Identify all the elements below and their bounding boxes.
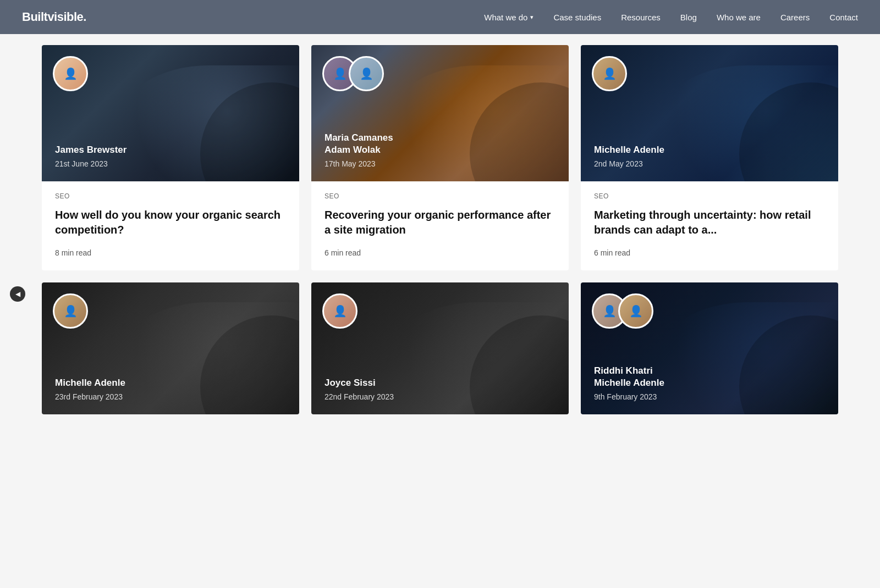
card-date-2: 17th May 2023 <box>324 159 393 168</box>
blog-card-6[interactable]: 👤 👤 Riddhi Khatri Michelle Adenle 9th Fe… <box>581 282 838 414</box>
avatar-adam: 👤 <box>349 56 384 91</box>
nav-item-what-we-do[interactable]: What we do ▾ <box>484 13 534 22</box>
deco-curve-5 <box>388 302 569 414</box>
chevron-down-icon: ▾ <box>530 14 534 21</box>
card-title-1[interactable]: How well do you know your organic search… <box>55 208 286 237</box>
card-date-3: 2nd May 2023 <box>594 159 664 168</box>
deco-curve-2 <box>388 65 569 181</box>
card-body-1: SEO How well do you know your organic se… <box>42 181 299 270</box>
card-date-5: 22nd February 2023 <box>324 392 394 401</box>
nav-item-who-we-are[interactable]: Who we are <box>717 13 761 22</box>
blog-card-5[interactable]: 👤 Joyce Sissi 22nd February 2023 <box>311 282 569 414</box>
avatar-michelle-6: 👤 <box>618 293 653 329</box>
avatar-james: 👤 <box>53 56 88 91</box>
nav-item-blog[interactable]: Blog <box>680 13 697 22</box>
navigation: Builtvisible. What we do ▾ Case studies … <box>0 0 880 34</box>
card-body-3: SEO Marketing through uncertainty: how r… <box>581 181 838 270</box>
nav-item-resources[interactable]: Resources <box>621 13 661 22</box>
card-avatars-6: 👤 👤 <box>592 293 653 329</box>
nav-link-who-we-are[interactable]: Who we are <box>717 13 761 22</box>
card-author-3: Michelle Adenle <box>594 144 664 156</box>
deco-curve-6 <box>658 302 838 414</box>
card-image-1: 👤 James Brewster 21st June 2023 <box>42 45 299 181</box>
nav-links: What we do ▾ Case studies Resources Blog… <box>484 13 858 22</box>
blog-card-4[interactable]: 👤 Michelle Adenle 23rd February 2023 <box>42 282 299 414</box>
card-author-2a: Maria Camanes <box>324 132 393 144</box>
nav-link-blog[interactable]: Blog <box>680 13 697 22</box>
card-title-2[interactable]: Recovering your organic performance afte… <box>324 208 556 237</box>
scroll-indicator[interactable]: ◀ <box>10 286 25 302</box>
card-author-1: James Brewster <box>55 144 127 156</box>
nav-item-careers[interactable]: Careers <box>780 13 810 22</box>
card-read-time-1: 8 min read <box>55 248 286 257</box>
card-info-2: Maria Camanes Adam Wolak 17th May 2023 <box>324 132 393 168</box>
card-info-6: Riddhi Khatri Michelle Adenle 9th Februa… <box>594 365 664 401</box>
card-author-6a: Riddhi Khatri <box>594 365 664 377</box>
card-image-4: 👤 Michelle Adenle 23rd February 2023 <box>42 282 299 414</box>
blog-card-3[interactable]: 👤 Michelle Adenle 2nd May 2023 SEO Marke… <box>581 45 838 270</box>
card-info-5: Joyce Sissi 22nd February 2023 <box>324 377 394 401</box>
card-avatars-3: 👤 <box>592 56 627 91</box>
card-author-6b: Michelle Adenle <box>594 377 664 389</box>
card-info-4: Michelle Adenle 23rd February 2023 <box>55 377 125 401</box>
avatar-joyce: 👤 <box>322 293 358 329</box>
avatar-michelle-4: 👤 <box>53 293 88 329</box>
card-title-3[interactable]: Marketing through uncertainty: how retai… <box>594 208 825 237</box>
blog-card-1[interactable]: 👤 James Brewster 21st June 2023 SEO How … <box>42 45 299 270</box>
card-avatars-2: 👤 👤 <box>322 56 384 91</box>
card-author-4: Michelle Adenle <box>55 377 125 389</box>
card-author-5: Joyce Sissi <box>324 377 394 389</box>
nav-link-what-we-do[interactable]: What we do ▾ <box>484 13 534 22</box>
site-logo[interactable]: Builtvisible. <box>22 10 86 24</box>
deco-curve-3 <box>658 65 838 181</box>
nav-item-contact[interactable]: Contact <box>829 13 858 22</box>
card-tag-2: SEO <box>324 192 556 200</box>
nav-link-contact[interactable]: Contact <box>829 13 858 22</box>
card-tag-1: SEO <box>55 192 286 200</box>
nav-link-case-studies[interactable]: Case studies <box>553 13 601 22</box>
cards-grid-bottom: 👤 Michelle Adenle 23rd February 2023 👤 <box>42 282 838 414</box>
card-body-2: SEO Recovering your organic performance … <box>311 181 569 270</box>
card-date-4: 23rd February 2023 <box>55 392 125 401</box>
card-avatars-5: 👤 <box>322 293 358 329</box>
card-info-1: James Brewster 21st June 2023 <box>55 144 127 168</box>
card-date-1: 21st June 2023 <box>55 159 127 168</box>
nav-link-resources[interactable]: Resources <box>621 13 661 22</box>
card-read-time-3: 6 min read <box>594 248 825 257</box>
card-image-3: 👤 Michelle Adenle 2nd May 2023 <box>581 45 838 181</box>
deco-curve-1 <box>119 65 299 181</box>
card-read-time-2: 6 min read <box>324 248 556 257</box>
blog-card-2[interactable]: 👤 👤 Maria Camanes Adam Wolak 17th May 20… <box>311 45 569 270</box>
card-tag-3: SEO <box>594 192 825 200</box>
nav-link-careers[interactable]: Careers <box>780 13 810 22</box>
card-image-2: 👤 👤 Maria Camanes Adam Wolak 17th May 20… <box>311 45 569 181</box>
avatar-michelle-3: 👤 <box>592 56 627 91</box>
card-image-5: 👤 Joyce Sissi 22nd February 2023 <box>311 282 569 414</box>
cards-grid-top: 👤 James Brewster 21st June 2023 SEO How … <box>42 45 838 270</box>
card-avatars-4: 👤 <box>53 293 88 329</box>
card-date-6: 9th February 2023 <box>594 392 664 401</box>
card-info-3: Michelle Adenle 2nd May 2023 <box>594 144 664 168</box>
deco-curve-4 <box>119 302 299 414</box>
card-image-6: 👤 👤 Riddhi Khatri Michelle Adenle 9th Fe… <box>581 282 838 414</box>
nav-item-case-studies[interactable]: Case studies <box>553 13 601 22</box>
card-author-2b: Adam Wolak <box>324 144 393 156</box>
main-content: 👤 James Brewster 21st June 2023 SEO How … <box>0 34 880 436</box>
card-avatars-1: 👤 <box>53 56 88 91</box>
